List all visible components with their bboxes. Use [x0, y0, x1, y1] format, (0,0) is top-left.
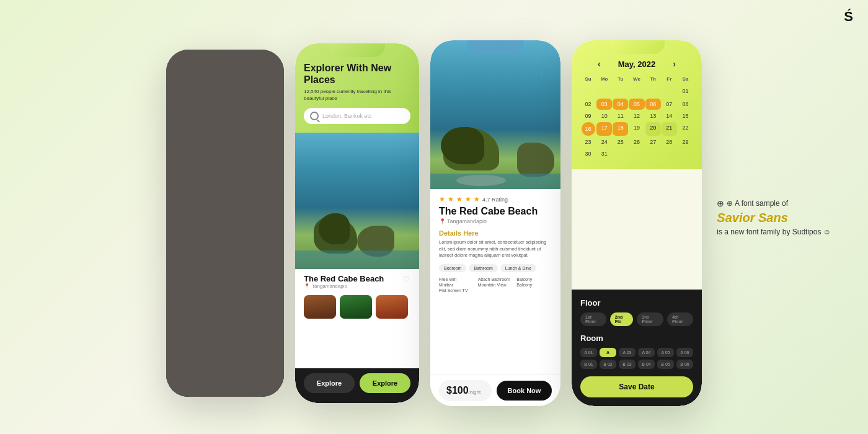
amenity-minibar: Minibar: [439, 283, 474, 287]
circle-icon: ⊕: [717, 198, 724, 208]
font-info-panel: ⊕ ⊕ A font sample of Savior Sans is a ne…: [717, 198, 831, 236]
screen3-body: ★ ★ ★ ★ ★ 4.7 Rating The Red Cabe Beach …: [430, 189, 560, 304]
explorer-title: Explorer With New Places: [304, 62, 410, 86]
font-info-suffix: is a new font family by Sudtipos ☺: [717, 228, 831, 236]
beach-title: The Red Cabe Beach: [439, 206, 552, 217]
save-date-btn[interactable]: Save Date: [580, 376, 693, 397]
room-b05[interactable]: B 05: [657, 360, 674, 369]
details-text: Lorem ipsum dolor sit amet, consectetuer…: [439, 239, 552, 259]
cal-day-05[interactable]: 05: [629, 99, 644, 110]
screen4-phone: ‹ May, 2022 › Su Mo Tu We Th Fr Sa: [572, 40, 702, 406]
star1: ★: [439, 195, 445, 203]
search-input[interactable]: London, Bankok etc: [322, 113, 372, 119]
thumb2: [340, 295, 372, 319]
room-b03[interactable]: B 03: [619, 360, 636, 369]
cal-day-21[interactable]: 21: [662, 122, 677, 136]
screen2-card: The Red Cabe Beach 📍 Tangamandapio ♡: [295, 269, 419, 291]
cal-day-14[interactable]: 14: [662, 110, 677, 122]
room-row1: A 01 A A 03 A 04 A 05 A 06: [580, 348, 693, 357]
screen2-buttons: Explore Explore: [295, 368, 419, 403]
card-location: The Red Cabe Beach: [304, 274, 384, 283]
cal-day-28[interactable]: 28: [662, 136, 677, 148]
pill-bedroom: Bedroom: [439, 264, 466, 272]
day-we: We: [629, 75, 644, 83]
thumb1: [304, 295, 336, 319]
cal-day-22[interactable]: 22: [678, 122, 693, 136]
cal-day-25[interactable]: 25: [613, 136, 628, 148]
cal-empty: [645, 86, 661, 98]
cal-day-06[interactable]: 06: [645, 99, 661, 110]
cal-day-23[interactable]: 23: [580, 136, 596, 148]
room-a04[interactable]: A 04: [638, 348, 655, 357]
cal-day-18[interactable]: 18: [613, 122, 628, 136]
next-month-btn[interactable]: ›: [673, 59, 676, 69]
room-b02[interactable]: B 02: [600, 360, 616, 369]
floor-4th[interactable]: 4th Floor: [667, 312, 693, 326]
cal-day-20[interactable]: 20: [645, 122, 661, 136]
amenity-grid: Free Wifi Attach Bathroom Balcony Miniba…: [439, 277, 552, 293]
floor-1st[interactable]: 1st Floor: [580, 312, 606, 326]
explore-btn-green[interactable]: Explore: [360, 373, 410, 393]
calendar-grid: 01 02 03 04 05 06 07 08 09 10 11 12 13 1…: [580, 86, 693, 159]
cal-day-17[interactable]: 17: [596, 122, 612, 136]
cal-day-13[interactable]: 13: [645, 110, 661, 122]
amenity-tv: Flat Screen TV: [439, 288, 474, 293]
cal-day-29[interactable]: 29: [678, 136, 693, 148]
room-b06[interactable]: B 06: [676, 360, 693, 369]
room-a06[interactable]: A 06: [676, 348, 693, 357]
book-now-btn[interactable]: Book Now: [497, 381, 552, 401]
star4: ★: [465, 195, 471, 203]
star2: ★: [448, 195, 454, 203]
cal-day-26[interactable]: 26: [629, 136, 644, 148]
font-brand-name: Savior Sans: [717, 211, 831, 225]
price-night: /night: [469, 389, 481, 395]
search-bar[interactable]: London, Bankok etc: [304, 108, 410, 124]
amenity-pills: Bedroom Bathroom Lunch & Dine: [439, 264, 552, 272]
heart-icon[interactable]: ♡: [402, 274, 410, 284]
floor-3rd[interactable]: 3rd Floor: [637, 312, 663, 326]
cal-day-03[interactable]: 03: [596, 99, 612, 110]
room-a-active[interactable]: A: [600, 348, 616, 357]
screen3-phone: ★ ★ ★ ★ ★ 4.7 Rating The Red Cabe Beach …: [430, 40, 560, 406]
room-label: Room: [580, 334, 693, 343]
cal-day-08[interactable]: 08: [678, 99, 693, 110]
cal-day-19[interactable]: 19: [629, 122, 644, 136]
day-headers: Su Mo Tu We Th Fr Sa: [580, 75, 693, 83]
room-a03[interactable]: A 03: [619, 348, 636, 357]
screen2-phone: Explorer With New Places 12,540 people c…: [295, 43, 419, 403]
cal-day-30[interactable]: 30: [580, 148, 596, 159]
cal-day-31[interactable]: 31: [596, 148, 612, 159]
cal-empty: [580, 86, 596, 98]
cal-day-27[interactable]: 27: [645, 136, 661, 148]
floor-2nd[interactable]: 2nd Flo: [610, 312, 634, 326]
amenity-balcony: Balcony: [516, 277, 552, 281]
room-a01[interactable]: A 01: [580, 348, 597, 357]
cal-empty: [662, 86, 677, 98]
explore-btn-dark[interactable]: Explore: [304, 373, 355, 393]
amenity-wifi: Free Wifi: [439, 277, 474, 281]
beach-image: [430, 40, 560, 189]
cal-day-01[interactable]: 01: [678, 86, 693, 98]
cal-day-24[interactable]: 24: [596, 136, 612, 148]
cal-day-10[interactable]: 10: [596, 110, 612, 122]
floor-label: Floor: [580, 298, 693, 308]
floor-pills: 1st Floor 2nd Flo 3rd Floor 4th Floor: [580, 312, 693, 326]
room-b04[interactable]: B 04: [638, 360, 655, 369]
thumbnail-row: [295, 291, 419, 324]
day-sa: Sa: [678, 75, 693, 83]
cal-day-02[interactable]: 02: [580, 99, 596, 110]
cal-day-12[interactable]: 12: [629, 110, 644, 122]
cal-day-04[interactable]: 04: [613, 99, 628, 110]
cal-day-15[interactable]: 15: [678, 110, 693, 122]
prev-month-btn[interactable]: ‹: [598, 59, 601, 69]
room-a05[interactable]: A 05: [657, 348, 674, 357]
details-label: Details Here: [439, 229, 552, 237]
cal-day-11[interactable]: 11: [613, 110, 628, 122]
pill-lunch: Lunch & Dine: [500, 264, 536, 272]
card-sublocation: 📍 Tangamandapio: [304, 283, 384, 289]
cal-day-09[interactable]: 09: [580, 110, 596, 122]
cal-day-16[interactable]: 16: [582, 122, 595, 136]
cal-day-07[interactable]: 07: [662, 99, 677, 110]
day-mo: Mo: [596, 75, 612, 83]
room-b01[interactable]: B 01: [580, 360, 597, 369]
